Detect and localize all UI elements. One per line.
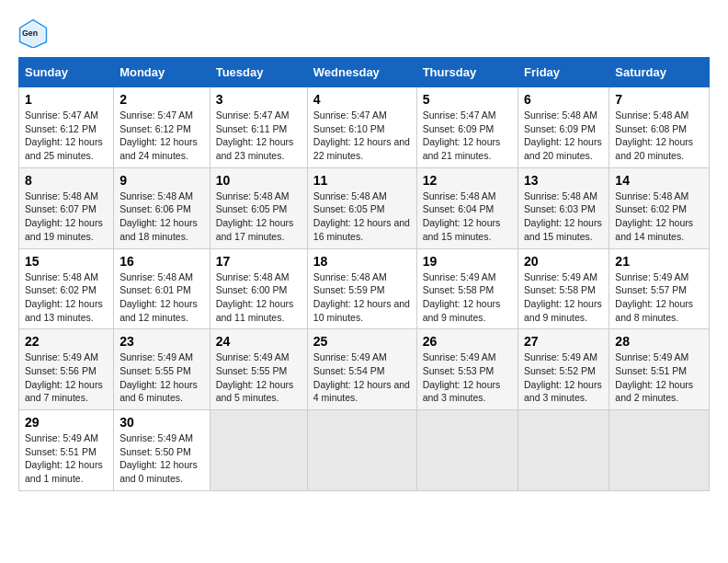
calendar-cell: 2 Sunrise: 5:47 AMSunset: 6:12 PMDayligh… (114, 87, 210, 168)
calendar-cell: 22 Sunrise: 5:49 AMSunset: 5:56 PMDaylig… (19, 329, 114, 410)
day-number: 10 (216, 173, 301, 188)
day-number: 8 (25, 173, 108, 188)
day-number: 22 (25, 334, 108, 349)
day-number: 27 (524, 334, 603, 349)
calendar-cell: 6 Sunrise: 5:48 AMSunset: 6:09 PMDayligh… (518, 87, 609, 168)
calendar-row: 1 Sunrise: 5:47 AMSunset: 6:12 PMDayligh… (19, 87, 710, 168)
day-info: Sunrise: 5:49 AMSunset: 5:54 PMDaylight:… (313, 351, 410, 403)
col-saturday: Saturday (609, 58, 710, 87)
day-info: Sunrise: 5:47 AMSunset: 6:09 PMDaylight:… (423, 109, 501, 161)
day-number: 13 (524, 173, 603, 188)
day-info: Sunrise: 5:48 AMSunset: 6:05 PMDaylight:… (313, 190, 410, 242)
calendar-row: 22 Sunrise: 5:49 AMSunset: 5:56 PMDaylig… (19, 329, 710, 410)
day-info: Sunrise: 5:49 AMSunset: 5:52 PMDaylight:… (524, 351, 602, 403)
day-info: Sunrise: 5:48 AMSunset: 6:02 PMDaylight:… (25, 271, 103, 323)
calendar-cell: 17 Sunrise: 5:48 AMSunset: 6:00 PMDaylig… (210, 248, 307, 329)
calendar-cell: 16 Sunrise: 5:48 AMSunset: 6:01 PMDaylig… (114, 248, 210, 329)
day-info: Sunrise: 5:48 AMSunset: 6:02 PMDaylight:… (615, 190, 693, 242)
calendar-cell: 1 Sunrise: 5:47 AMSunset: 6:12 PMDayligh… (19, 87, 114, 168)
day-number: 11 (313, 173, 411, 188)
calendar-cell (518, 410, 609, 491)
calendar-cell (210, 410, 307, 491)
calendar-cell: 9 Sunrise: 5:48 AMSunset: 6:06 PMDayligh… (114, 167, 210, 248)
day-info: Sunrise: 5:49 AMSunset: 5:55 PMDaylight:… (119, 351, 198, 403)
calendar-cell: 18 Sunrise: 5:48 AMSunset: 5:59 PMDaylig… (307, 248, 416, 329)
calendar-cell: 26 Sunrise: 5:49 AMSunset: 5:53 PMDaylig… (416, 329, 518, 410)
day-info: Sunrise: 5:49 AMSunset: 5:50 PMDaylight:… (119, 432, 198, 484)
day-info: Sunrise: 5:48 AMSunset: 6:07 PMDaylight:… (25, 190, 103, 242)
calendar-cell: 10 Sunrise: 5:48 AMSunset: 6:05 PMDaylig… (210, 167, 307, 248)
day-info: Sunrise: 5:49 AMSunset: 5:51 PMDaylight:… (25, 432, 103, 484)
calendar-cell: 12 Sunrise: 5:48 AMSunset: 6:04 PMDaylig… (416, 167, 518, 248)
day-number: 2 (119, 92, 204, 107)
calendar-cell: 20 Sunrise: 5:49 AMSunset: 5:58 PMDaylig… (518, 248, 609, 329)
calendar-cell: 3 Sunrise: 5:47 AMSunset: 6:11 PMDayligh… (210, 87, 307, 168)
calendar-cell: 21 Sunrise: 5:49 AMSunset: 5:57 PMDaylig… (609, 248, 710, 329)
day-info: Sunrise: 5:49 AMSunset: 5:55 PMDaylight:… (216, 351, 294, 403)
calendar-cell: 14 Sunrise: 5:48 AMSunset: 6:02 PMDaylig… (609, 167, 710, 248)
col-thursday: Thursday (416, 58, 518, 87)
logo: Gen (18, 18, 51, 48)
calendar-table: Sunday Monday Tuesday Wednesday Thursday… (18, 57, 710, 491)
day-info: Sunrise: 5:48 AMSunset: 6:09 PMDaylight:… (524, 109, 602, 161)
col-friday: Friday (518, 58, 609, 87)
day-number: 5 (423, 92, 512, 107)
col-wednesday: Wednesday (307, 58, 416, 87)
calendar-cell: 27 Sunrise: 5:49 AMSunset: 5:52 PMDaylig… (518, 329, 609, 410)
day-number: 16 (119, 254, 204, 269)
calendar-row: 29 Sunrise: 5:49 AMSunset: 5:51 PMDaylig… (19, 410, 710, 491)
svg-text:Gen: Gen (22, 29, 38, 38)
calendar-cell: 24 Sunrise: 5:49 AMSunset: 5:55 PMDaylig… (210, 329, 307, 410)
day-number: 28 (615, 334, 703, 349)
day-number: 3 (216, 92, 301, 107)
day-number: 14 (615, 173, 703, 188)
day-number: 12 (423, 173, 512, 188)
header-row: Sunday Monday Tuesday Wednesday Thursday… (19, 58, 710, 87)
page-header: Gen (18, 18, 710, 48)
logo-icon: Gen (18, 18, 48, 48)
day-info: Sunrise: 5:48 AMSunset: 6:04 PMDaylight:… (423, 190, 501, 242)
day-number: 4 (313, 92, 411, 107)
day-number: 29 (25, 415, 108, 430)
day-number: 23 (119, 334, 204, 349)
day-info: Sunrise: 5:49 AMSunset: 5:58 PMDaylight:… (524, 271, 602, 323)
day-info: Sunrise: 5:48 AMSunset: 6:00 PMDaylight:… (216, 271, 294, 323)
calendar-cell: 28 Sunrise: 5:49 AMSunset: 5:51 PMDaylig… (609, 329, 710, 410)
day-info: Sunrise: 5:47 AMSunset: 6:12 PMDaylight:… (119, 109, 198, 161)
calendar-cell: 30 Sunrise: 5:49 AMSunset: 5:50 PMDaylig… (114, 410, 210, 491)
day-number: 19 (423, 254, 512, 269)
day-number: 21 (615, 254, 703, 269)
calendar-cell: 15 Sunrise: 5:48 AMSunset: 6:02 PMDaylig… (19, 248, 114, 329)
day-number: 20 (524, 254, 603, 269)
calendar-row: 8 Sunrise: 5:48 AMSunset: 6:07 PMDayligh… (19, 167, 710, 248)
calendar-cell (416, 410, 518, 491)
col-monday: Monday (114, 58, 210, 87)
day-info: Sunrise: 5:49 AMSunset: 5:56 PMDaylight:… (25, 351, 103, 403)
day-number: 15 (25, 254, 108, 269)
day-info: Sunrise: 5:49 AMSunset: 5:57 PMDaylight:… (615, 271, 693, 323)
day-info: Sunrise: 5:48 AMSunset: 5:59 PMDaylight:… (313, 271, 410, 323)
day-number: 18 (313, 254, 411, 269)
calendar-cell: 8 Sunrise: 5:48 AMSunset: 6:07 PMDayligh… (19, 167, 114, 248)
day-info: Sunrise: 5:49 AMSunset: 5:51 PMDaylight:… (615, 351, 693, 403)
day-info: Sunrise: 5:48 AMSunset: 6:05 PMDaylight:… (216, 190, 294, 242)
calendar-row: 15 Sunrise: 5:48 AMSunset: 6:02 PMDaylig… (19, 248, 710, 329)
calendar-cell: 29 Sunrise: 5:49 AMSunset: 5:51 PMDaylig… (19, 410, 114, 491)
day-info: Sunrise: 5:47 AMSunset: 6:10 PMDaylight:… (313, 109, 410, 161)
day-info: Sunrise: 5:49 AMSunset: 5:53 PMDaylight:… (423, 351, 501, 403)
day-info: Sunrise: 5:49 AMSunset: 5:58 PMDaylight:… (423, 271, 501, 323)
calendar-cell: 4 Sunrise: 5:47 AMSunset: 6:10 PMDayligh… (307, 87, 416, 168)
day-info: Sunrise: 5:48 AMSunset: 6:08 PMDaylight:… (615, 109, 693, 161)
day-number: 6 (524, 92, 603, 107)
calendar-cell: 25 Sunrise: 5:49 AMSunset: 5:54 PMDaylig… (307, 329, 416, 410)
day-number: 7 (615, 92, 703, 107)
day-number: 25 (313, 334, 411, 349)
day-info: Sunrise: 5:48 AMSunset: 6:03 PMDaylight:… (524, 190, 602, 242)
calendar-cell: 19 Sunrise: 5:49 AMSunset: 5:58 PMDaylig… (416, 248, 518, 329)
day-number: 24 (216, 334, 301, 349)
calendar-cell: 23 Sunrise: 5:49 AMSunset: 5:55 PMDaylig… (114, 329, 210, 410)
day-number: 1 (25, 92, 108, 107)
day-info: Sunrise: 5:47 AMSunset: 6:11 PMDaylight:… (216, 109, 294, 161)
day-number: 17 (216, 254, 301, 269)
col-sunday: Sunday (19, 58, 114, 87)
